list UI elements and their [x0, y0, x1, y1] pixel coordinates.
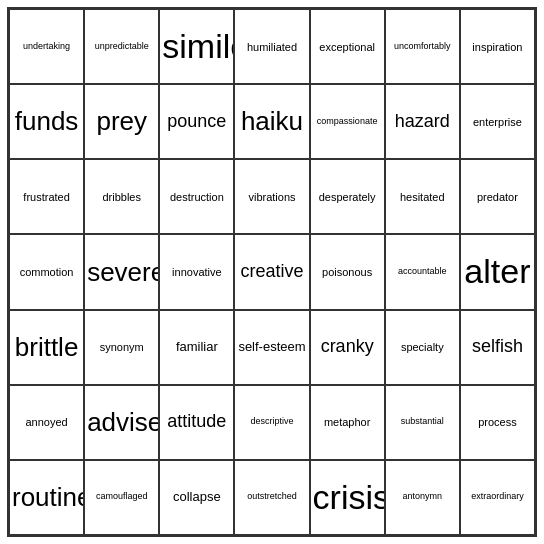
bingo-cell: routine: [9, 460, 84, 535]
bingo-cell: collapse: [159, 460, 234, 535]
bingo-cell: predator: [460, 159, 535, 234]
bingo-cell: haiku: [234, 84, 309, 159]
bingo-cell: innovative: [159, 234, 234, 309]
bingo-cell: descriptive: [234, 385, 309, 460]
bingo-cell: uncomfortably: [385, 9, 460, 84]
bingo-grid: undertakingunpredictablesimilehumiliated…: [7, 7, 537, 537]
bingo-cell: camouflaged: [84, 460, 159, 535]
bingo-cell: process: [460, 385, 535, 460]
bingo-cell: antonymn: [385, 460, 460, 535]
bingo-cell: self-esteem: [234, 310, 309, 385]
bingo-cell: annoyed: [9, 385, 84, 460]
bingo-cell: humiliated: [234, 9, 309, 84]
bingo-cell: commotion: [9, 234, 84, 309]
bingo-cell: crisis: [310, 460, 385, 535]
bingo-cell: hazard: [385, 84, 460, 159]
bingo-cell: compassionate: [310, 84, 385, 159]
bingo-cell: funds: [9, 84, 84, 159]
bingo-cell: unpredictable: [84, 9, 159, 84]
bingo-cell: extraordinary: [460, 460, 535, 535]
bingo-cell: desperately: [310, 159, 385, 234]
bingo-cell: vibrations: [234, 159, 309, 234]
bingo-cell: metaphor: [310, 385, 385, 460]
bingo-cell: undertaking: [9, 9, 84, 84]
bingo-cell: enterprise: [460, 84, 535, 159]
bingo-cell: creative: [234, 234, 309, 309]
bingo-cell: severe: [84, 234, 159, 309]
bingo-cell: cranky: [310, 310, 385, 385]
bingo-cell: inspiration: [460, 9, 535, 84]
bingo-cell: attitude: [159, 385, 234, 460]
bingo-cell: exceptional: [310, 9, 385, 84]
bingo-cell: specialty: [385, 310, 460, 385]
bingo-cell: hesitated: [385, 159, 460, 234]
bingo-cell: brittle: [9, 310, 84, 385]
bingo-cell: alter: [460, 234, 535, 309]
bingo-cell: frustrated: [9, 159, 84, 234]
bingo-cell: pounce: [159, 84, 234, 159]
bingo-cell: destruction: [159, 159, 234, 234]
bingo-cell: simile: [159, 9, 234, 84]
bingo-cell: accountable: [385, 234, 460, 309]
bingo-cell: selfish: [460, 310, 535, 385]
bingo-cell: dribbles: [84, 159, 159, 234]
bingo-cell: prey: [84, 84, 159, 159]
bingo-cell: advise: [84, 385, 159, 460]
bingo-cell: poisonous: [310, 234, 385, 309]
bingo-cell: familiar: [159, 310, 234, 385]
bingo-cell: synonym: [84, 310, 159, 385]
bingo-cell: substantial: [385, 385, 460, 460]
bingo-cell: outstretched: [234, 460, 309, 535]
